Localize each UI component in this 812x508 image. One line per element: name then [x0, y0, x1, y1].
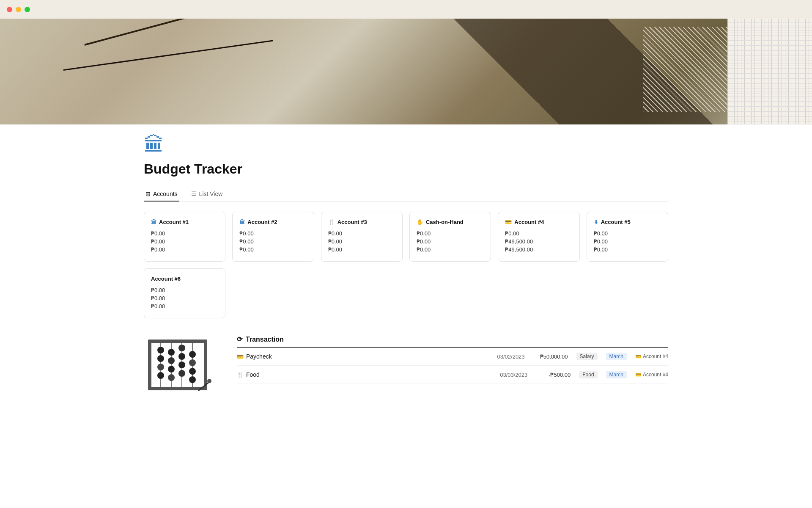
- account2-title: Account #2: [247, 219, 277, 225]
- svg-point-11: [157, 372, 164, 379]
- svg-rect-3: [148, 387, 207, 390]
- svg-point-21: [189, 359, 196, 366]
- svg-point-19: [178, 370, 185, 377]
- food-account: Account #4: [643, 372, 668, 378]
- list-view-tab-label: List View: [199, 190, 223, 197]
- account5-value2: ₱0.00: [594, 238, 661, 245]
- food-account-icon: 💳: [635, 372, 641, 378]
- paycheck-tag: Salary: [576, 353, 598, 360]
- paycheck-account-icon: 💳: [635, 354, 641, 359]
- account4-value1: ₱0.00: [505, 230, 572, 237]
- cash-value2: ₱0.00: [417, 238, 484, 245]
- account2-value1: ₱0.00: [239, 230, 307, 237]
- account-card-1[interactable]: 🏛 Account #1 ₱0.00 ₱0.00 ₱0.00: [144, 212, 225, 262]
- account-card-6[interactable]: Account #6 ₱0.00 ₱0.00 ₱0.00: [144, 268, 225, 318]
- paycheck-month-tag: March: [606, 353, 627, 360]
- account-card-5[interactable]: ⬇ Account #5 ₱0.00 ₱0.00 ₱0.00: [587, 212, 668, 262]
- account4-icon: 💳: [505, 219, 512, 225]
- account2-value3: ₱0.00: [239, 246, 307, 253]
- page-banner: [0, 19, 812, 124]
- account5-value1: ₱0.00: [594, 230, 661, 237]
- svg-point-15: [168, 374, 175, 381]
- svg-point-9: [157, 355, 164, 362]
- account-card-2[interactable]: 🏛 Account #2 ₱0.00 ₱0.00 ₱0.00: [232, 212, 314, 262]
- account3-value2: ₱0.00: [328, 238, 395, 245]
- account3-title: Account #3: [337, 219, 367, 225]
- account5-title: Account #5: [601, 219, 631, 225]
- cash-value1: ₱0.00: [417, 230, 484, 237]
- paycheck-amount: ₱50,000.00: [530, 353, 568, 360]
- transaction-row-food[interactable]: 🍴 Food 03/03/2023 -₱500.00 Food March 💳 …: [237, 366, 668, 384]
- accounts-grid-row2: Account #6 ₱0.00 ₱0.00 ₱0.00: [144, 268, 668, 318]
- account4-value3: ₱49,500.00: [505, 246, 572, 253]
- food-name: Food: [246, 371, 260, 378]
- paycheck-date: 03/02/2023: [487, 353, 525, 360]
- titlebar: [0, 0, 812, 19]
- minimize-button[interactable]: [16, 7, 21, 12]
- food-date: 03/03/2023: [489, 372, 527, 378]
- tab-list-view[interactable]: ☰ List View: [189, 187, 225, 202]
- page-header: 🏛 Budget Tracker: [144, 133, 668, 177]
- account6-title: Account #6: [151, 276, 181, 282]
- svg-point-16: [178, 345, 185, 351]
- svg-point-8: [157, 347, 164, 353]
- svg-rect-0: [148, 340, 151, 390]
- svg-point-12: [168, 349, 175, 356]
- svg-point-18: [178, 362, 185, 368]
- svg-point-10: [157, 364, 164, 370]
- close-button[interactable]: [7, 7, 12, 12]
- account1-value1: ₱0.00: [151, 230, 218, 237]
- transaction-table-header: ⟳ Transaction: [237, 335, 668, 348]
- cash-value3: ₱0.00: [417, 246, 484, 253]
- accounts-tab-label: Accounts: [153, 190, 178, 197]
- food-tag: Food: [579, 371, 597, 378]
- account2-icon: 🏛: [239, 219, 245, 225]
- svg-point-22: [189, 368, 196, 375]
- account3-icon: 🍴: [328, 219, 335, 225]
- svg-point-20: [189, 351, 196, 358]
- account1-value3: ₱0.00: [151, 246, 218, 253]
- account-card-cash[interactable]: ✋ Cash-on-Hand ₱0.00 ₱0.00 ₱0.00: [409, 212, 491, 262]
- transaction-header-label: Transaction: [246, 336, 284, 343]
- account5-icon: ⬇: [594, 219, 598, 225]
- account5-value3: ₱0.00: [594, 246, 661, 253]
- svg-rect-2: [148, 340, 207, 343]
- account6-value1: ₱0.00: [151, 287, 218, 293]
- tabs-bar: ⊞ Accounts ☰ List View: [144, 187, 668, 202]
- transaction-header-icon: ⟳: [237, 335, 242, 343]
- maximize-button[interactable]: [25, 7, 30, 12]
- accounts-tab-icon: ⊞: [145, 190, 151, 197]
- account1-icon: 🏛: [151, 219, 156, 225]
- account6-value3: ₱0.00: [151, 303, 218, 309]
- account1-title: Account #1: [159, 219, 189, 225]
- svg-point-17: [178, 353, 185, 360]
- list-view-tab-icon: ☰: [191, 190, 197, 197]
- account3-value3: ₱0.00: [328, 246, 395, 253]
- food-icon: 🍴: [237, 372, 244, 378]
- paycheck-icon: 💳: [237, 353, 244, 360]
- svg-point-14: [168, 366, 175, 373]
- svg-point-25: [207, 379, 211, 383]
- transaction-section: ⟳ Transaction 💳 Paycheck 03/02/2023 ₱50,…: [144, 335, 668, 395]
- account6-value2: ₱0.00: [151, 295, 218, 301]
- account3-value1: ₱0.00: [328, 230, 395, 237]
- abacus-illustration: [144, 335, 220, 395]
- account-card-3[interactable]: 🍴 Account #3 ₱0.00 ₱0.00 ₱0.00: [321, 212, 403, 262]
- svg-point-13: [168, 357, 175, 364]
- transaction-row-paycheck[interactable]: 💳 Paycheck 03/02/2023 ₱50,000.00 Salary …: [237, 348, 668, 366]
- page-icon: 🏛: [144, 133, 668, 156]
- account-card-4[interactable]: 💳 Account #4 ₱0.00 ₱49,500.00 ₱49,500.00: [498, 212, 579, 262]
- paycheck-name: Paycheck: [246, 353, 272, 360]
- account2-value2: ₱0.00: [239, 238, 307, 245]
- svg-rect-1: [204, 340, 207, 390]
- account4-value2: ₱49,500.00: [505, 238, 572, 245]
- transaction-table: ⟳ Transaction 💳 Paycheck 03/02/2023 ₱50,…: [237, 335, 668, 395]
- page-title: Budget Tracker: [144, 161, 668, 177]
- cash-title: Cash-on-Hand: [426, 219, 464, 225]
- accounts-grid-row1: 🏛 Account #1 ₱0.00 ₱0.00 ₱0.00 🏛 Account…: [144, 212, 668, 262]
- food-month-tag: March: [606, 371, 627, 378]
- cash-icon: ✋: [417, 219, 423, 225]
- paycheck-account: Account #4: [643, 353, 668, 359]
- svg-point-23: [189, 376, 196, 383]
- tab-accounts[interactable]: ⊞ Accounts: [144, 187, 179, 202]
